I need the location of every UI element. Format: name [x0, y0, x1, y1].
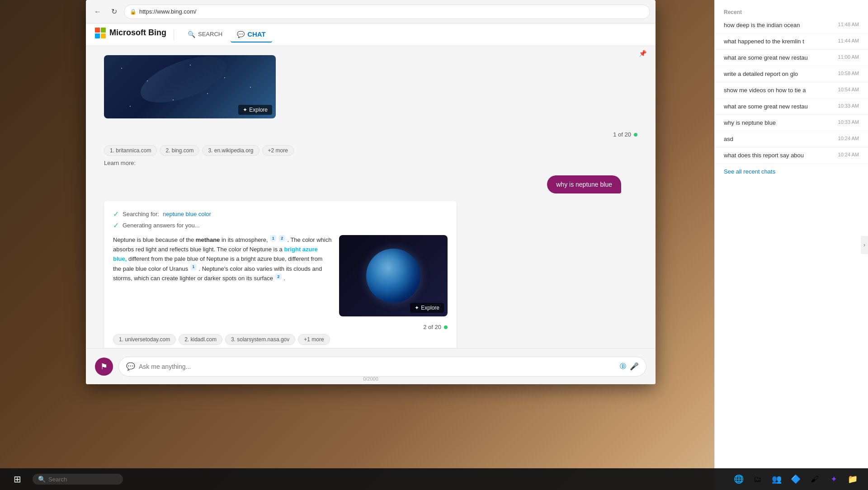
star: [250, 87, 251, 88]
taskbar-search-box[interactable]: 🔍: [33, 474, 123, 485]
source-chip[interactable]: +2 more: [262, 145, 294, 156]
search-tab-label: SEARCH: [198, 31, 222, 38]
search-nav-icon: 🔍: [188, 31, 195, 38]
explore-icon: ✦: [243, 107, 247, 113]
star: [207, 93, 208, 94]
taskbar-teams-icon[interactable]: 👥: [769, 471, 785, 487]
char-count: 0/2000: [363, 376, 378, 382]
tab-search[interactable]: 🔍 SEARCH: [181, 27, 229, 42]
footnote-4: 2: [275, 273, 282, 280]
logo-sq-blue: [95, 33, 100, 38]
footnote-2: 2: [279, 235, 285, 241]
learn-more-label-1: Learn more:: [104, 160, 637, 166]
recent-chat-item[interactable]: why is neptune blue 10:33 AM: [715, 115, 868, 131]
chat-icon-input: 💬: [126, 362, 135, 371]
explore-button-1[interactable]: ✦ Explore: [238, 105, 272, 115]
recent-chat-item[interactable]: what are some great new restau 10:33 AM: [715, 99, 868, 115]
star: [130, 106, 131, 107]
user-avatar: ⚑: [95, 358, 113, 376]
address-bar[interactable]: 🔒 https://www.bing.com/: [124, 5, 650, 19]
avatar-icon: ⚑: [100, 362, 108, 372]
taskbar-browser-icon[interactable]: 🌐: [731, 471, 747, 487]
recent-chat-item[interactable]: write a detailed report on glo 10:58 AM: [715, 66, 868, 82]
divider: [174, 29, 174, 40]
generating-status: ✓ Generating answers for you...: [113, 221, 448, 230]
first-response-block: ✦ Explore 1 of 20 1. britannica.com 2. b…: [104, 55, 637, 168]
lock-icon: 🔒: [130, 9, 137, 15]
recent-chat-item[interactable]: asd 10:24 AM: [715, 131, 868, 147]
explore-icon-neptune: ✦: [415, 305, 419, 311]
refresh-button[interactable]: ↻: [108, 5, 120, 18]
chat-main: ✦ Explore 1 of 20 1. britannica.com 2. b…: [86, 46, 656, 348]
second-response-block: ✓ Searching for: neptune blue color ✓ Ge…: [104, 201, 457, 348]
searching-status: ✓ Searching for: neptune blue color: [113, 210, 448, 218]
taskbar-store-icon[interactable]: 🗂: [750, 471, 766, 487]
check-icon-1: ✓: [113, 210, 119, 218]
source-chip[interactable]: 3. en.wikipedia.org: [202, 145, 259, 156]
source-chip-2[interactable]: 1. universetoday.com: [113, 334, 176, 345]
user-message: why is neptune blue: [547, 175, 621, 193]
source-chip[interactable]: 1. britannica.com: [104, 145, 157, 156]
source-chip-2[interactable]: 3. solarsystem.nasa.gov: [225, 334, 295, 345]
tab-chat[interactable]: 💬 CHAT: [231, 27, 272, 42]
top-nav: Microsoft Bing 🔍 SEARCH 💬 CHAT: [86, 24, 656, 46]
first-image-card: ✦ Explore: [104, 55, 276, 118]
explore-button-neptune[interactable]: ✦ Explore: [410, 303, 444, 313]
recent-chats-list: how deep is the indian ocean 11:48 AM wh…: [715, 17, 868, 179]
source-chip-2[interactable]: +1 more: [298, 334, 330, 345]
search-status: ✓ Searching for: neptune blue color ✓ Ge…: [113, 210, 448, 230]
generating-label: Generating answers for you...: [123, 222, 200, 229]
recent-chat-item[interactable]: what happened to the kremlin t 11:44 AM: [715, 33, 868, 50]
taskbar-search-input[interactable]: [48, 476, 116, 483]
response-counter-2: 2 of 20: [113, 320, 448, 334]
explore-label-1: Explore: [249, 107, 268, 113]
right-sidebar: Recent how deep is the indian ocean 11:4…: [714, 0, 868, 490]
recent-chat-item[interactable]: show me videos on how to tie a 10:54 AM: [715, 82, 868, 99]
recent-chat-item[interactable]: how deep is the indian ocean 11:48 AM: [715, 17, 868, 33]
star: [224, 77, 225, 78]
source-chip-2[interactable]: 2. kidadl.com: [179, 334, 222, 345]
neptune-info: Neptune is blue because of the methane i…: [113, 235, 448, 316]
microphone-icon[interactable]: 🎤: [630, 362, 639, 371]
chat-input-box[interactable]: 💬 Ⓑ 🎤: [118, 357, 646, 377]
back-button[interactable]: ←: [91, 5, 104, 18]
sources-block-1: 1. britannica.com 2. bing.com 3. en.wiki…: [104, 145, 637, 168]
source-chip[interactable]: 2. bing.com: [160, 145, 199, 156]
laptop-screen: ← ↻ 🔒 https://www.bing.com/ Microsoft Bi…: [86, 0, 656, 384]
see-all-chats-link[interactable]: See all recent chats: [715, 164, 868, 179]
chat-input[interactable]: [139, 363, 616, 370]
footnote-3: 1: [190, 264, 197, 270]
bing-input-icon: Ⓑ: [620, 363, 626, 371]
windows-icon: ⊞: [14, 474, 21, 485]
recent-chat-item[interactable]: what are some great new restau 11:00 AM: [715, 50, 868, 66]
footnote-1: 1: [270, 235, 276, 241]
green-dot-2: [444, 325, 448, 329]
counter-text-2: 2 of 20: [423, 324, 441, 330]
taskbar-search-icon: 🔍: [38, 476, 46, 483]
bing-logo: Microsoft Bing: [95, 24, 166, 42]
counter-text-1: 1 of 20: [613, 131, 631, 138]
microsoft-logo: [95, 28, 106, 38]
sidebar-collapse-btn[interactable]: ›: [861, 236, 868, 254]
logo-sq-red: [95, 28, 100, 33]
search-term-text: neptune blue color: [163, 211, 211, 217]
taskbar-copilot-icon[interactable]: ✦: [826, 471, 842, 487]
source-links-2: 1. universetoday.com 2. kidadl.com 3. so…: [113, 334, 448, 345]
taskbar-explorer-icon[interactable]: 📁: [844, 471, 861, 487]
taskbar-edge-icon[interactable]: 🔷: [788, 471, 804, 487]
neptune-image-card: ✦ Explore: [339, 235, 448, 316]
chat-nav-icon: 💬: [237, 31, 245, 38]
logo-sq-green: [101, 28, 106, 33]
pin-button[interactable]: 📌: [639, 50, 646, 57]
explore-label-neptune: Explore: [421, 305, 439, 311]
star: [121, 68, 122, 69]
recent-chat-item[interactable]: what does this report say abou 10:24 AM: [715, 147, 868, 164]
aurora-effect: [135, 55, 232, 112]
check-icon-2: ✓: [113, 221, 119, 230]
taskbar-icons: 🌐 🗂 👥 🔷 🖌 ✦ 📁: [731, 471, 861, 487]
green-dot-1: [634, 133, 637, 137]
windows-start-btn[interactable]: ⊞: [7, 469, 27, 489]
source-links-1: 1. britannica.com 2. bing.com 3. en.wiki…: [104, 145, 637, 156]
space-image: ✦ Explore: [104, 55, 276, 118]
taskbar-paint-icon[interactable]: 🖌: [807, 471, 823, 487]
